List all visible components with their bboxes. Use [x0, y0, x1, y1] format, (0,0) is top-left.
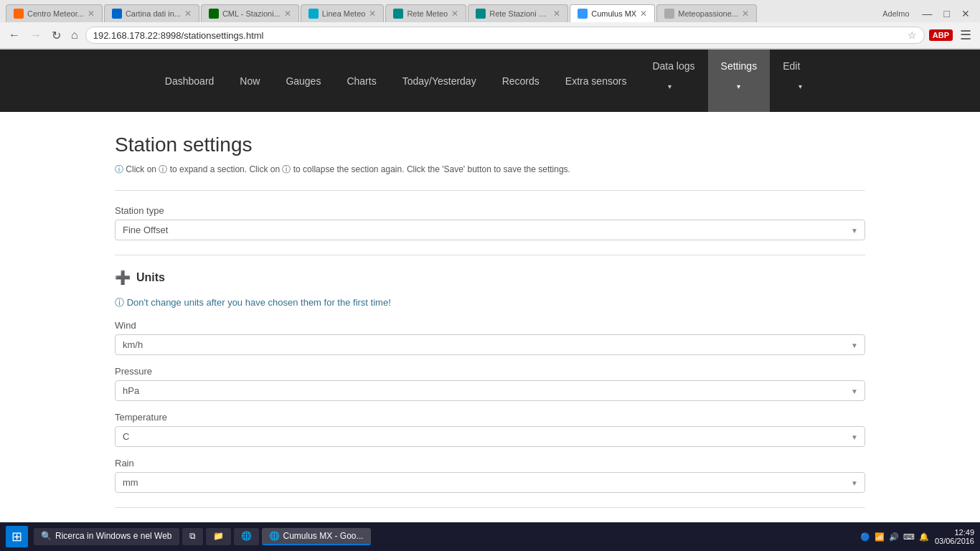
taskbar-explorer[interactable]: 📁: [206, 528, 231, 545]
tabs-container: Centro Meteor... ✕ Cartina dati in... ✕ …: [6, 4, 877, 22]
wind-select-wrapper: km/hmphm/sknotsBeaufort: [115, 334, 865, 355]
nav-link[interactable]: Records: [489, 65, 552, 98]
browser-tabs-bar: Centro Meteor... ✕ Cartina dati in... ✕ …: [0, 0, 980, 22]
tab-close-icon[interactable]: ✕: [369, 9, 376, 19]
adblock-button[interactable]: ABP: [929, 29, 953, 41]
pressure-label: Pressure: [115, 366, 865, 377]
temperature-select[interactable]: CF: [115, 426, 865, 447]
nav-link[interactable]: Dashboard: [152, 65, 227, 98]
taskbar-ie[interactable]: 🌐: [234, 528, 259, 545]
back-button[interactable]: ←: [6, 27, 23, 43]
browser-tab-tab2[interactable]: Cartina dati in... ✕: [104, 4, 199, 22]
warning-icon: ⓘ: [115, 297, 124, 308]
clock[interactable]: 12:49 03/06/2016: [935, 528, 974, 545]
wind-select[interactable]: km/hmphm/sknotsBeaufort: [115, 334, 865, 355]
tab-title: Rete Meteo: [407, 9, 448, 18]
tab-favicon: [393, 9, 403, 19]
nav-item-data-logs[interactable]: Data logs ▾: [639, 50, 707, 112]
wind-label: Wind: [115, 320, 865, 331]
volume-icon[interactable]: 🔊: [889, 532, 899, 542]
nav-item-charts[interactable]: Charts: [334, 65, 389, 98]
keyboard-icon[interactable]: ⌨: [903, 532, 915, 542]
pressure-select[interactable]: hPambinHg: [115, 380, 865, 401]
wind-field-row: Wind km/hmphm/sknotsBeaufort: [115, 320, 865, 355]
nav-item-edit[interactable]: Edit ▾: [770, 50, 828, 112]
tab-close-icon[interactable]: ✕: [88, 9, 95, 19]
nav-item-dashboard[interactable]: Dashboard: [152, 65, 227, 98]
dropdown-arrow-icon: ▾: [786, 72, 815, 101]
nav-item-now[interactable]: Now: [227, 65, 273, 98]
tab-close-icon[interactable]: ✕: [184, 9, 192, 19]
task-view-icon: ⧉: [189, 531, 196, 541]
temperature-select-wrapper: CF: [115, 426, 865, 447]
browser-tab-tab6[interactable]: Rete Stazioni M... ✕: [468, 4, 568, 22]
rain-select[interactable]: mmin: [115, 472, 865, 493]
browser-tab-tab8[interactable]: Meteopassione... ✕: [656, 4, 757, 22]
temperature-label: Temperature: [115, 412, 865, 423]
tab-close-icon[interactable]: ✕: [451, 9, 458, 19]
taskbar-search[interactable]: 🔍 Ricerca in Windows e nel Web: [34, 528, 179, 545]
nav-link[interactable]: Edit ▾: [770, 50, 828, 112]
dropdown-arrow-icon: ▾: [655, 72, 694, 101]
browser-tab-tab4[interactable]: Linea Meteo ✕: [301, 4, 385, 22]
tab-title: Rete Stazioni M...: [489, 9, 550, 18]
nav-item-today/yesterday[interactable]: Today/Yesterday: [390, 65, 489, 98]
home-button[interactable]: ⌂: [68, 27, 81, 43]
browser-tab-tab1[interactable]: Centro Meteor... ✕: [6, 4, 103, 22]
tab-close-icon[interactable]: ✕: [284, 9, 291, 19]
start-button[interactable]: ⊞: [6, 526, 28, 547]
taskbar-chrome[interactable]: 🌐 Cumulus MX - Goo...: [262, 528, 371, 545]
address-input[interactable]: [93, 30, 908, 41]
network-icon[interactable]: 📶: [875, 532, 885, 542]
nav-item-records[interactable]: Records: [489, 65, 552, 98]
taskbar-task-view[interactable]: ⧉: [182, 528, 203, 545]
tab-close-icon[interactable]: ✕: [553, 9, 560, 19]
browser-tab-tab3[interactable]: CML - Stazioni... ✕: [201, 4, 299, 22]
bookmark-icon[interactable]: ☆: [908, 29, 917, 41]
main-nav: DashboardNowGaugesChartsToday/YesterdayR…: [0, 50, 980, 112]
nav-link[interactable]: Now: [227, 65, 273, 98]
nav-link[interactable]: Today/Yesterday: [390, 65, 489, 98]
browser-tab-tab7[interactable]: Cumulus MX ✕: [570, 4, 655, 22]
forward-button[interactable]: →: [27, 27, 44, 43]
units-expand-icon[interactable]: ➕: [115, 270, 131, 286]
browser-chrome: Centro Meteor... ✕ Cartina dati in... ✕ …: [0, 0, 980, 50]
info-icon-1: ⓘ: [115, 164, 123, 174]
close-button[interactable]: ✕: [957, 6, 974, 21]
nav-item-settings[interactable]: Settings ▾: [708, 50, 771, 112]
nav-link[interactable]: Settings ▾: [708, 50, 771, 112]
nav-link[interactable]: Data logs ▾: [639, 50, 707, 112]
divider-2: [115, 255, 865, 255]
minimize-button[interactable]: —: [918, 6, 937, 21]
browser-tab-tab5[interactable]: Rete Meteo ✕: [385, 4, 466, 22]
bluetooth-icon[interactable]: 🔵: [860, 532, 870, 542]
tab-favicon: [664, 9, 674, 19]
tab-title: Cartina dati in...: [126, 9, 181, 18]
rain-field-row: Rain mmin: [115, 458, 865, 493]
taskbar-items: 🔍 Ricerca in Windows e nel Web ⧉ 📁 🌐 🌐 C…: [34, 528, 860, 545]
tab-title: Linea Meteo: [322, 9, 366, 18]
nav-link[interactable]: Gauges: [273, 65, 334, 98]
tab-close-icon[interactable]: ✕: [640, 9, 647, 19]
nav-item-gauges[interactable]: Gauges: [273, 65, 334, 98]
station-type-select[interactable]: Fine OffsetDavisOregon ScientificInstrom…: [115, 220, 865, 240]
nav-link[interactable]: Extra sensors: [552, 65, 640, 98]
notification-icon[interactable]: 🔔: [919, 532, 929, 542]
divider-3: [115, 507, 865, 508]
tab-close-icon[interactable]: ✕: [742, 9, 749, 19]
explorer-icon: 📁: [213, 531, 224, 541]
clock-time: 12:49: [935, 528, 974, 537]
rain-select-wrapper: mmin: [115, 472, 865, 493]
maximize-button[interactable]: □: [940, 6, 954, 21]
address-icons: ☆: [908, 29, 917, 41]
refresh-button[interactable]: ↻: [49, 27, 64, 44]
menu-button[interactable]: ☰: [957, 26, 974, 44]
nav-item-extra-sensors[interactable]: Extra sensors: [552, 65, 640, 98]
tab-title: Meteopassione...: [678, 9, 738, 18]
divider-1: [115, 190, 865, 191]
systray: 🔵 📶 🔊 ⌨ 🔔: [860, 532, 929, 542]
pressure-field-row: Pressure hPambinHg: [115, 366, 865, 401]
station-type-section: Station type Fine OffsetDavisOregon Scie…: [115, 205, 865, 240]
address-input-wrapper: ☆: [85, 27, 925, 44]
nav-link[interactable]: Charts: [334, 65, 389, 98]
